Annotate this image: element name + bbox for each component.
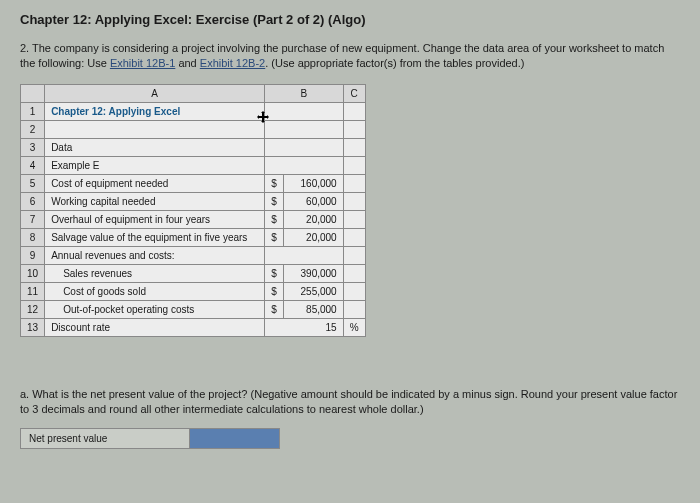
cell-a4[interactable]: Example E (45, 156, 265, 174)
cell-b10[interactable]: 390,000 (283, 264, 343, 282)
row-num-7: 7 (21, 210, 45, 228)
cell-b8[interactable]: 20,000 (283, 228, 343, 246)
cell-b9[interactable] (265, 246, 344, 264)
cell-c7[interactable] (343, 210, 365, 228)
question-suffix: . (Use appropriate factor(s) from the ta… (265, 57, 524, 69)
cell-a9[interactable]: Annual revenues and costs: (45, 246, 265, 264)
cell-b3[interactable] (265, 138, 344, 156)
cell-a11[interactable]: Cost of goods sold (45, 282, 265, 300)
cell-c13[interactable]: % (343, 318, 365, 336)
row-num-4: 4 (21, 156, 45, 174)
corner-cell (21, 84, 45, 102)
cell-c6[interactable] (343, 192, 365, 210)
cell-c2[interactable] (343, 120, 365, 138)
cell-c12[interactable] (343, 300, 365, 318)
npv-label: Net present value (21, 429, 189, 448)
npv-input[interactable] (189, 429, 279, 448)
col-header-a: A (45, 84, 265, 102)
cell-b7[interactable]: 20,000 (283, 210, 343, 228)
row-num-3: 3 (21, 138, 45, 156)
cell-c9[interactable] (343, 246, 365, 264)
cell-c5[interactable] (343, 174, 365, 192)
cell-c10[interactable] (343, 264, 365, 282)
row-num-6: 6 (21, 192, 45, 210)
exhibit-link-2[interactable]: Exhibit 12B-2 (200, 57, 265, 69)
cell-b6[interactable]: 60,000 (283, 192, 343, 210)
cell-a13[interactable]: Discount rate (45, 318, 265, 336)
answer-row: Net present value (20, 428, 280, 449)
cell-b13[interactable]: 15 (265, 318, 344, 336)
page-title: Chapter 12: Applying Excel: Exercise (Pa… (20, 12, 680, 27)
row-num-9: 9 (21, 246, 45, 264)
cell-b2[interactable] (265, 120, 344, 138)
cell-b10-curr[interactable]: $ (265, 264, 284, 282)
question-text: 2. The company is considering a project … (20, 41, 680, 72)
spreadsheet-table: A B C 1 Chapter 12: Applying Excel 2 3 D… (20, 84, 366, 337)
exhibit-link-1[interactable]: Exhibit 12B-1 (110, 57, 175, 69)
cell-b8-curr[interactable]: $ (265, 228, 284, 246)
cell-a10[interactable]: Sales revenues (45, 264, 265, 282)
cell-b6-curr[interactable]: $ (265, 192, 284, 210)
row-num-12: 12 (21, 300, 45, 318)
cell-b7-curr[interactable]: $ (265, 210, 284, 228)
cell-b1[interactable] (265, 102, 344, 120)
cell-a1-text: Chapter 12: Applying Excel (51, 106, 180, 117)
cell-a2[interactable] (45, 120, 265, 138)
cell-c1[interactable] (343, 102, 365, 120)
row-num-5: 5 (21, 174, 45, 192)
row-num-8: 8 (21, 228, 45, 246)
cell-b5-curr[interactable]: $ (265, 174, 284, 192)
col-header-b: B (265, 84, 344, 102)
cell-a8[interactable]: Salvage value of the equipment in five y… (45, 228, 265, 246)
cell-b11[interactable]: 255,000 (283, 282, 343, 300)
cell-a3[interactable]: Data (45, 138, 265, 156)
row-num-13: 13 (21, 318, 45, 336)
cell-c8[interactable] (343, 228, 365, 246)
row-num-11: 11 (21, 282, 45, 300)
cell-a5[interactable]: Cost of equipment needed (45, 174, 265, 192)
cell-c4[interactable] (343, 156, 365, 174)
cell-c3[interactable] (343, 138, 365, 156)
cell-a7[interactable]: Overhaul of equipment in four years (45, 210, 265, 228)
cell-c11[interactable] (343, 282, 365, 300)
sub-question-a: a. What is the net present value of the … (20, 387, 680, 418)
cell-b4[interactable] (265, 156, 344, 174)
cell-b12[interactable]: 85,000 (283, 300, 343, 318)
col-header-c: C (343, 84, 365, 102)
cell-a12[interactable]: Out-of-pocket operating costs (45, 300, 265, 318)
cell-a1[interactable]: Chapter 12: Applying Excel (45, 102, 265, 120)
row-num-2: 2 (21, 120, 45, 138)
cell-a6[interactable]: Working capital needed (45, 192, 265, 210)
cell-b5[interactable]: 160,000 (283, 174, 343, 192)
cell-b12-curr[interactable]: $ (265, 300, 284, 318)
row-num-1: 1 (21, 102, 45, 120)
cell-b11-curr[interactable]: $ (265, 282, 284, 300)
question-mid: and (175, 57, 199, 69)
row-num-10: 10 (21, 264, 45, 282)
